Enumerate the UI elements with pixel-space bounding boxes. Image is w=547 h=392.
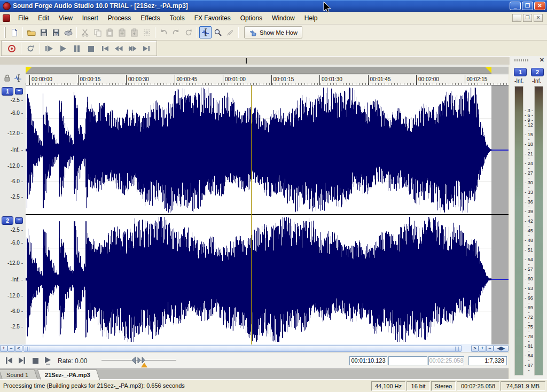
meter-tick-label: 45	[524, 229, 534, 238]
open-button[interactable]	[25, 26, 37, 38]
menu-item[interactable]: FX Favorites	[190, 12, 236, 24]
menu-item[interactable]: File	[13, 12, 33, 24]
selection-start-field[interactable]	[388, 356, 427, 365]
vertical-zoom-out-button[interactable]: −	[7, 345, 15, 352]
db-scale-label: -12.0	[7, 293, 23, 299]
menu-item[interactable]: View	[54, 12, 77, 24]
restore-button[interactable]: ❐	[522, 2, 533, 10]
mdi-close-button[interactable]: ✕	[534, 14, 543, 22]
standard-toolbar: ?	[0, 25, 547, 41]
view-start-marker[interactable]	[26, 67, 32, 73]
menu-item[interactable]: Help	[300, 12, 323, 24]
paste-to-new-button[interactable]	[128, 26, 140, 38]
meter-panel-close-icon[interactable]: ✕	[540, 57, 544, 64]
redo-icon	[171, 28, 181, 37]
svg-text:?: ?	[55, 32, 58, 36]
selection-end-field[interactable]: 00:02:25.058	[428, 356, 464, 365]
meter-2-value: -Inf.	[532, 78, 541, 84]
meter-tick-label: 63	[524, 286, 534, 296]
meter-tick-label: 12	[524, 123, 534, 132]
paste-button[interactable]	[104, 26, 116, 38]
copy-button[interactable]	[91, 26, 104, 38]
save-as-button[interactable]: ?	[50, 26, 62, 38]
menu-item[interactable]: Options	[236, 12, 267, 24]
tab-sound1[interactable]: Sound 1	[0, 370, 38, 380]
menu-item[interactable]: Insert	[77, 12, 103, 24]
stop-button[interactable]	[84, 43, 98, 54]
edit-tool-button[interactable]	[199, 26, 212, 38]
repeat-button[interactable]	[182, 26, 194, 38]
rewind-button[interactable]	[112, 43, 126, 54]
scroll-left-button[interactable]: <	[15, 345, 22, 352]
paste-mix-icon	[118, 28, 126, 37]
go-to-start-button[interactable]	[98, 43, 112, 54]
loop-playback-button[interactable]	[24, 43, 37, 54]
close-button[interactable]: ✕	[534, 2, 545, 10]
menu-item[interactable]: Window	[267, 12, 300, 24]
meter-tick-label: 36	[524, 200, 534, 209]
undo-button[interactable]	[158, 26, 170, 38]
ruler-time-label: 00:00:45	[175, 75, 223, 85]
pencil-button[interactable]	[224, 26, 236, 38]
publish-icon	[64, 28, 73, 37]
thumb-grip-left	[26, 347, 30, 351]
redo-button[interactable]	[170, 26, 182, 38]
meter-channel-1-button[interactable]: 1	[514, 68, 527, 76]
overview-bar[interactable]	[26, 67, 509, 74]
scrollbar-track[interactable]	[22, 345, 471, 352]
playbar-go-to-end-button[interactable]	[17, 356, 27, 365]
meter-panel-grip[interactable]	[514, 59, 528, 61]
trim-button[interactable]	[140, 26, 153, 38]
zoom-selection-button[interactable]: ◀▶	[494, 345, 509, 352]
publish-button[interactable]	[62, 26, 74, 38]
menu-item[interactable]: Tools	[165, 12, 190, 24]
save-button[interactable]	[37, 26, 50, 38]
zoom-in-time-button[interactable]: +	[479, 345, 486, 352]
zoom-out-time-button[interactable]: −	[486, 345, 494, 352]
play-all-icon	[44, 44, 54, 53]
db-scale-label: -Inf.	[11, 147, 23, 153]
forward-button[interactable]	[126, 43, 139, 54]
magnify-button[interactable]	[212, 26, 224, 38]
cursor-position-field[interactable]: 00:01:10.123	[349, 356, 387, 365]
scrollbar-thumb[interactable]	[24, 345, 462, 352]
record-button[interactable]	[5, 43, 19, 54]
menu-item[interactable]: Edit	[33, 12, 54, 24]
meter-tick-label: 57	[524, 267, 534, 277]
play-all-button[interactable]	[42, 43, 56, 54]
meter-tick-label: 87	[524, 363, 534, 373]
vertical-zoom-in-button[interactable]: +	[0, 345, 7, 352]
record-icon	[7, 44, 16, 53]
open-folder-icon	[27, 28, 36, 37]
length-cell: 00:02:25.058	[457, 381, 499, 391]
tab-21sez-pa-mp3[interactable]: 21Sez-_-PA.mp3	[37, 370, 100, 380]
cut-button[interactable]	[79, 26, 91, 38]
free-space-cell: 74,591.9 MB	[501, 381, 545, 391]
menu-item[interactable]: Process	[103, 12, 136, 24]
paste-mix-button[interactable]	[116, 26, 128, 38]
new-file-button[interactable]	[8, 26, 20, 38]
minimize-button[interactable]: _	[510, 2, 521, 10]
repeat-icon	[184, 28, 193, 37]
show-me-how-label: Show Me How	[260, 29, 298, 36]
view-ratio-field[interactable]: 1:7,328	[468, 356, 507, 365]
mdi-restore-button[interactable]: ❐	[523, 14, 532, 22]
playbar-stop-button[interactable]	[30, 356, 40, 365]
toolbar-grip[interactable]	[4, 27, 6, 38]
show-me-how-button[interactable]: Show Me How	[244, 26, 302, 38]
edit-tool-small-icon[interactable]	[14, 74, 24, 82]
title-bar[interactable]: Sound Forge Audio Studio 10.0 TRIAL - [2…	[0, 0, 547, 12]
meter-channel-2-button[interactable]: 2	[531, 68, 544, 76]
playbar-play-normal-button[interactable]	[43, 356, 52, 365]
pause-button[interactable]	[70, 43, 84, 54]
mdi-minimize-button[interactable]: _	[512, 14, 521, 22]
waveform-canvas[interactable]	[26, 85, 509, 344]
menu-item[interactable]: Effects	[136, 12, 165, 24]
view-end-marker[interactable]	[485, 67, 491, 73]
go-to-end-button[interactable]	[139, 43, 153, 54]
rate-marker-triangle[interactable]	[141, 363, 147, 367]
playbar-go-to-start-button[interactable]	[4, 356, 14, 365]
time-ruler[interactable]: 00:00:0000:00:1500:00:3000:00:4500:01:00…	[26, 75, 509, 85]
scroll-right-button[interactable]: >	[471, 345, 479, 352]
play-button[interactable]	[56, 43, 70, 54]
